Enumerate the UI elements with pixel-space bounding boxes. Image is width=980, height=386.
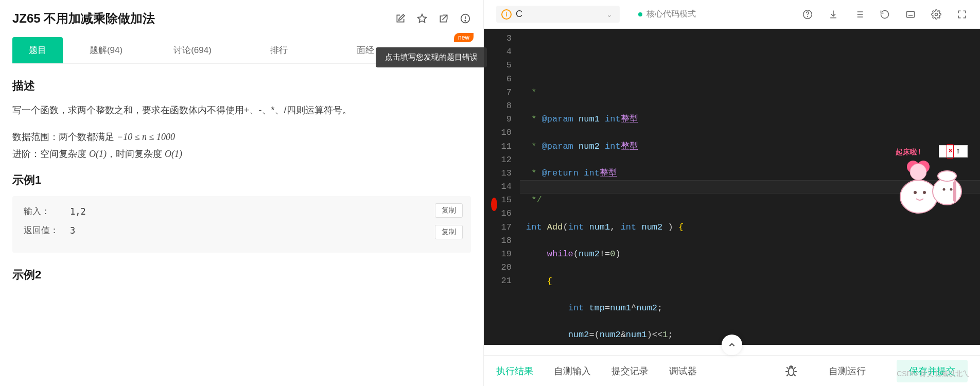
o1-a: O(1) — [89, 149, 107, 159]
edit-icon[interactable] — [395, 13, 406, 24]
copy-input-button[interactable]: 复制 — [435, 203, 463, 218]
language-select[interactable]: i C ⌄ — [496, 6, 620, 23]
ftab-result[interactable]: 执行结果 — [496, 365, 533, 377]
range-math: −10 ≤ n ≤ 1000 — [117, 132, 175, 142]
reset-icon[interactable] — [879, 9, 890, 20]
panel-toggle[interactable] — [484, 345, 980, 355]
debug-icon[interactable] — [784, 364, 798, 378]
current-line-highlight — [520, 180, 980, 194]
warn-icon: i — [501, 9, 512, 20]
download-icon[interactable] — [828, 9, 839, 20]
svg-point-20 — [789, 367, 794, 375]
breakpoint-icon[interactable] — [491, 198, 497, 211]
svg-point-3 — [465, 20, 466, 21]
code-area[interactable]: * * @param num1 int整型 * @param num2 int整… — [520, 29, 980, 345]
svg-point-7 — [935, 13, 938, 15]
new-badge: new — [454, 33, 474, 42]
mode-text: 核心代码模式 — [646, 9, 696, 20]
ex1-return-val: 3 — [70, 225, 75, 236]
svg-point-5 — [808, 16, 808, 16]
svg-marker-0 — [418, 14, 427, 23]
ex1-input-label: 输入： — [24, 205, 70, 217]
chevron-up-icon[interactable] — [722, 335, 742, 355]
ftab-selftest[interactable]: 自测输入 — [554, 365, 591, 377]
self-run-button[interactable]: 自测运行 — [818, 361, 876, 381]
report-icon[interactable] — [460, 13, 471, 24]
footer-bar: 执行结果 自测输入 提交记录 调试器 自测运行 保存并提交 CSDN @乂北城以… — [484, 355, 980, 386]
tab-solutions[interactable]: 题解(94) — [75, 37, 137, 63]
desc-range: 数据范围：两个数都满足 −10 ≤ n ≤ 1000 进阶：空间复杂度 O(1)… — [12, 129, 471, 162]
example2-heading: 示例2 — [12, 267, 471, 283]
line-gutter: 3456789101112131415161718192021 — [484, 29, 520, 345]
copy-return-button[interactable]: 复制 — [435, 225, 463, 239]
mode-dot-icon — [638, 12, 642, 16]
adv-prefix: 进阶：空间复杂度 — [12, 149, 89, 159]
ime-indicator: S▯ — [939, 145, 968, 157]
desc-text: 写一个函数，求两个整数之和，要求在函数体内不得使用+、-、*、/四则运算符号。 — [12, 102, 471, 118]
problem-content[interactable]: 描述 写一个函数，求两个整数之和，要求在函数体内不得使用+、-、*、/四则运算符… — [0, 64, 483, 386]
editor-toolbar: i C ⌄ 核心代码模式 — [484, 0, 980, 29]
example1-box: 输入： 1,2 返回值： 3 复制 复制 — [12, 196, 471, 253]
problem-title: JZ65 不用加减乘除做加法 — [12, 10, 155, 27]
ftab-debugger[interactable]: 调试器 — [669, 365, 697, 377]
report-tooltip: 点击填写您发现的题目错误 — [376, 47, 487, 67]
desc-heading: 描述 — [12, 78, 471, 94]
ex1-return-label: 返回值： — [24, 224, 70, 236]
o1-b: O(1) — [165, 149, 182, 159]
watermark: CSDN @乂北城以北乀 — [897, 370, 970, 379]
star-icon[interactable] — [416, 13, 428, 24]
help-icon[interactable] — [802, 9, 813, 20]
code-editor[interactable]: 3456789101112131415161718192021 * * @par… — [484, 29, 980, 345]
ex1-input-val: 1,2 — [70, 206, 86, 217]
example1-heading: 示例1 — [12, 172, 471, 188]
range-prefix: 数据范围：两个数都满足 — [12, 132, 117, 142]
fullscreen-icon[interactable] — [956, 9, 968, 20]
svg-rect-6 — [907, 11, 915, 17]
ftab-submissions[interactable]: 提交记录 — [611, 365, 649, 377]
chevron-down-icon: ⌄ — [606, 10, 612, 19]
settings-icon[interactable] — [931, 9, 942, 20]
language-name: C — [516, 9, 602, 20]
header-actions — [395, 13, 471, 24]
adv-mid: ，时间复杂度 — [107, 149, 165, 159]
mode-indicator[interactable]: 核心代码模式 — [638, 9, 696, 20]
share-icon[interactable] — [438, 13, 449, 24]
tab-rank[interactable]: 排行 — [248, 37, 310, 63]
tab-problem[interactable]: 题目 — [12, 37, 63, 63]
notes-icon[interactable] — [853, 9, 865, 20]
editor-icon[interactable] — [905, 9, 916, 20]
tab-discuss[interactable]: 讨论(694) — [162, 37, 223, 63]
